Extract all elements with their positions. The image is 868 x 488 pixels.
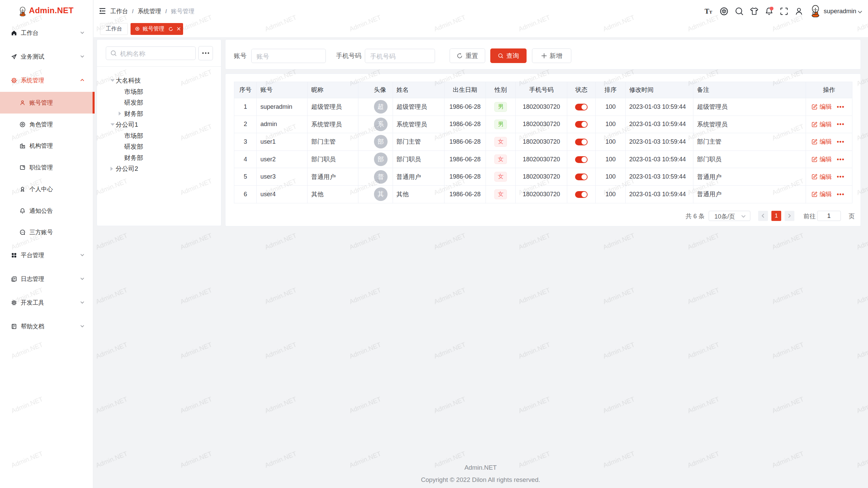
svg-text:T: T bbox=[709, 9, 712, 15]
svg-text:T: T bbox=[705, 7, 710, 15]
